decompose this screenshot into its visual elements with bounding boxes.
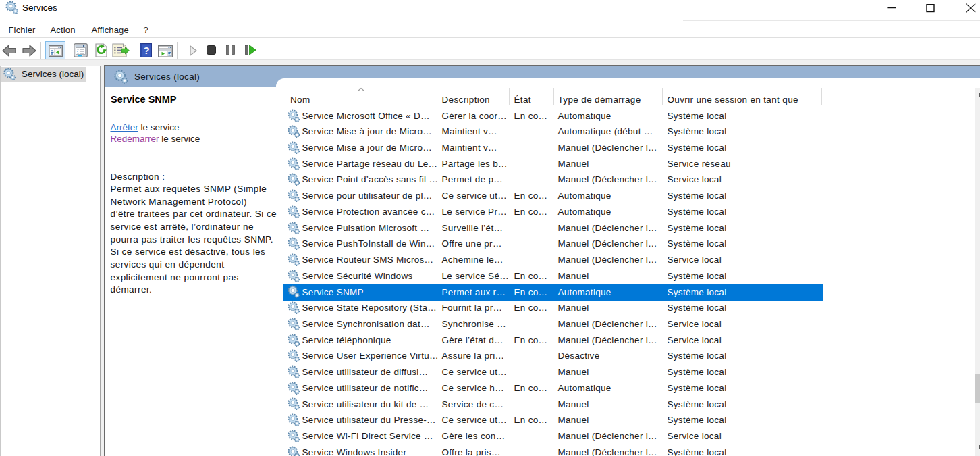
svg-text:?: ? <box>143 45 149 56</box>
